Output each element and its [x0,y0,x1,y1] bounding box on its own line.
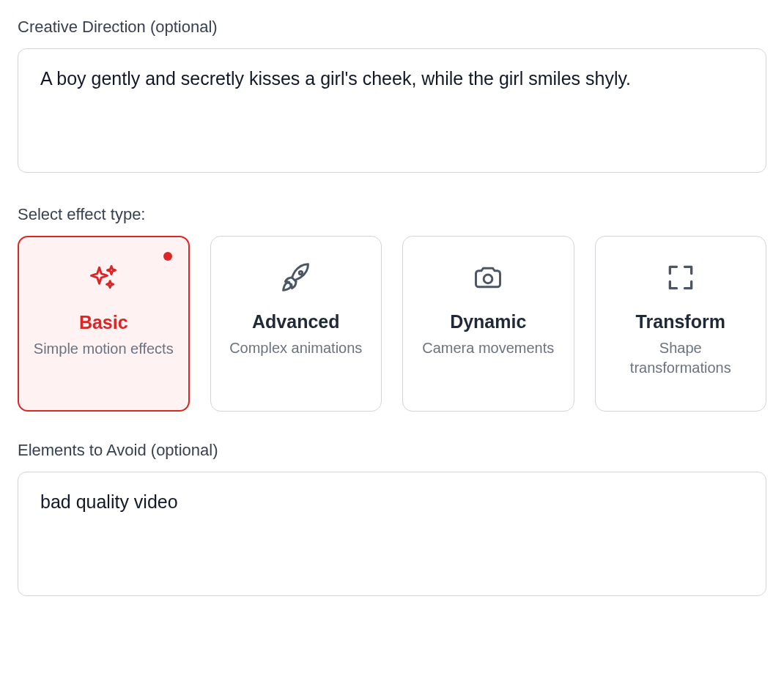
creative-direction-input[interactable]: A boy gently and secretly kisses a girl'… [18,48,766,173]
sparkles-icon [87,259,119,297]
effect-card-advanced[interactable]: Advanced Complex animations [210,236,382,412]
expand-icon [665,259,697,297]
rocket-icon [280,259,312,297]
effect-type-label: Select effect type: [18,205,766,224]
effect-subtitle: Simple motion effects [34,339,174,359]
effect-subtitle: Complex animations [229,338,362,358]
effect-title: Dynamic [450,311,526,332]
elements-to-avoid-input[interactable]: bad quality video [18,472,766,596]
effect-card-transform[interactable]: Transform Shape transformations [595,236,767,412]
effect-type-grid: Basic Simple motion effects Advanced Com… [18,236,766,412]
effect-card-basic[interactable]: Basic Simple motion effects [18,236,190,412]
selected-indicator-dot [163,252,172,261]
effect-card-dynamic[interactable]: Dynamic Camera movements [402,236,574,412]
svg-point-0 [299,271,302,274]
effect-title: Transform [636,311,725,332]
effect-title: Basic [79,312,128,333]
svg-point-1 [484,275,492,283]
camera-icon [472,259,504,297]
creative-direction-label: Creative Direction (optional) [18,18,766,37]
elements-to-avoid-label: Elements to Avoid (optional) [18,441,766,460]
effect-subtitle: Shape transformations [609,338,753,378]
effect-title: Advanced [252,311,339,332]
effect-subtitle: Camera movements [422,338,554,358]
